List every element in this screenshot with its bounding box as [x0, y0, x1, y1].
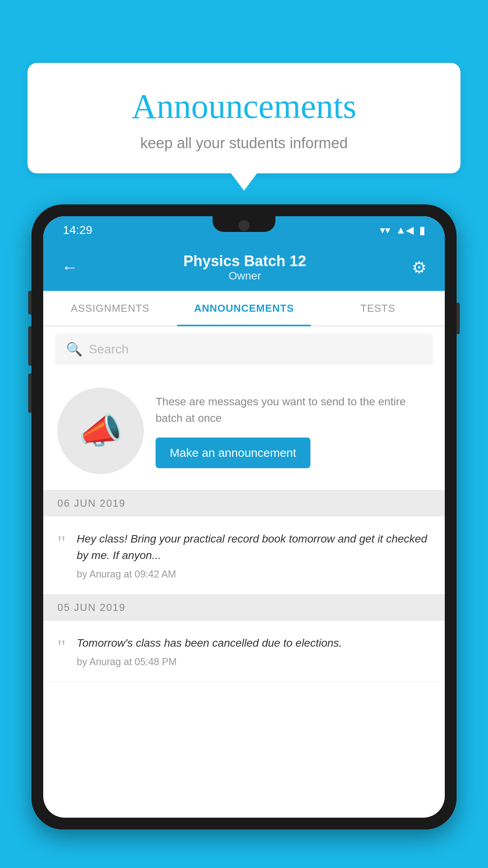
tab-bar: ASSIGNMENTS ANNOUNCEMENTS TESTS — [43, 291, 445, 326]
search-container: 🔍 Search — [43, 326, 445, 372]
speech-bubble-container: Announcements keep all your students inf… — [28, 63, 460, 173]
announcement-text-2: Tomorrow's class has been cancelled due … — [77, 635, 431, 651]
back-button[interactable]: ← — [57, 254, 82, 281]
wifi-icon: ▾▾ — [380, 224, 390, 236]
phone: 14:29 ▾▾ ▲◀ ▮ ← Physics Batch 12 Owner ⚙ — [31, 204, 457, 829]
phone-camera — [238, 220, 250, 231]
phone-side-button-right — [457, 303, 460, 334]
app-bar-title: Physics Batch 12 — [82, 253, 408, 270]
tab-tests[interactable]: TESTS — [311, 291, 445, 326]
phone-container: 14:29 ▾▾ ▲◀ ▮ ← Physics Batch 12 Owner ⚙ — [31, 204, 457, 868]
speech-bubble-subtitle: keep all your students informed — [47, 135, 441, 152]
speech-bubble: Announcements keep all your students inf… — [28, 63, 460, 173]
tab-announcements[interactable]: ANNOUNCEMENTS — [177, 291, 311, 326]
megaphone-icon: 📣 — [79, 410, 123, 452]
announcement-item-2: " Tomorrow's class has been cancelled du… — [43, 621, 445, 682]
phone-side-button-left-1 — [28, 291, 31, 314]
app-bar: ← Physics Batch 12 Owner ⚙ — [43, 244, 445, 291]
make-announcement-button[interactable]: Make an announcement — [156, 438, 310, 468]
app-bar-subtitle: Owner — [82, 270, 408, 282]
announcement-item-1: " Hey class! Bring your practical record… — [43, 517, 445, 594]
search-placeholder: Search — [89, 342, 128, 357]
announcement-author-1: by Anurag at 09:42 AM — [77, 568, 431, 580]
quote-icon-2: " — [57, 637, 66, 658]
announcement-author-2: by Anurag at 05:48 PM — [77, 656, 431, 668]
phone-screen: 14:29 ▾▾ ▲◀ ▮ ← Physics Batch 12 Owner ⚙ — [43, 216, 445, 818]
quote-icon-1: " — [57, 533, 66, 554]
tab-assignments[interactable]: ASSIGNMENTS — [43, 291, 177, 326]
search-bar[interactable]: 🔍 Search — [55, 333, 433, 365]
phone-side-button-left-2 — [28, 326, 31, 366]
battery-icon: ▮ — [419, 224, 425, 237]
announcement-text-1: Hey class! Bring your practical record b… — [77, 531, 431, 564]
promo-section: 📣 These are messages you want to send to… — [43, 372, 445, 490]
status-time: 14:29 — [63, 223, 92, 237]
speech-bubble-title: Announcements — [47, 86, 441, 126]
status-icons: ▾▾ ▲◀ ▮ — [380, 224, 425, 237]
signal-icon: ▲◀ — [396, 224, 414, 236]
app-bar-title-section: Physics Batch 12 Owner — [82, 253, 408, 282]
promo-icon-circle: 📣 — [57, 388, 144, 474]
phone-side-button-left-3 — [28, 373, 31, 413]
promo-description: These are messages you want to send to t… — [156, 394, 431, 427]
date-separator-1: 06 JUN 2019 — [43, 490, 445, 517]
search-icon: 🔍 — [66, 341, 83, 357]
promo-content: These are messages you want to send to t… — [156, 394, 431, 468]
date-separator-2: 05 JUN 2019 — [43, 594, 445, 621]
announcement-content-1: Hey class! Bring your practical record b… — [77, 531, 431, 580]
settings-icon[interactable]: ⚙ — [408, 254, 431, 281]
announcement-content-2: Tomorrow's class has been cancelled due … — [77, 635, 431, 668]
